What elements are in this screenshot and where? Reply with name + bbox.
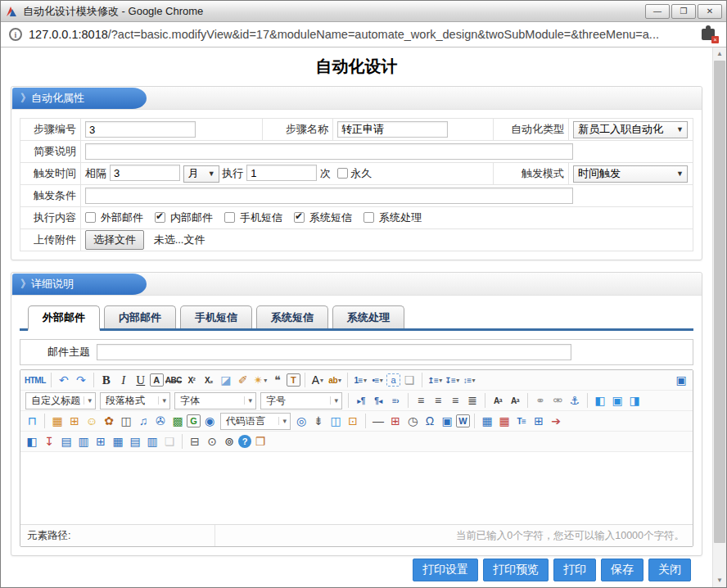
link-icon[interactable]: ⚭ [532,392,549,409]
trigger-mode-select[interactable]: 时间触发 ▼ [573,165,688,183]
scroll-down-button[interactable]: ▼ [713,574,726,587]
music-icon[interactable]: ♫ [135,413,151,429]
ltr-icon[interactable]: ▸¶ [353,392,369,409]
trigger-cond-input[interactable] [85,188,573,204]
checkbox-external-mail[interactable]: 外部邮件 [85,211,143,224]
checkbox-external-mail-box[interactable] [85,212,96,223]
plugin-icon[interactable]: × [702,29,715,40]
table-title-icon[interactable]: T≡ [513,413,530,429]
maximize-button[interactable]: ❐ [671,4,696,19]
insert-row-below-icon[interactable]: ⊞ [93,433,109,450]
auto-typeset-icon[interactable]: ≡› [387,392,404,409]
special-char-icon[interactable]: Ω [422,413,438,429]
insert-date-icon[interactable]: ⊞ [387,413,404,429]
bold-icon[interactable]: B [98,372,115,388]
print-button[interactable]: 打印 [553,559,596,581]
new-doc-icon[interactable]: ❏ [401,372,418,388]
print-preview-button[interactable]: 打印预览 [483,559,549,581]
insert-time-icon[interactable]: ◷ [404,413,421,429]
redo-icon[interactable]: ↷ [73,372,89,388]
line-height-icon[interactable]: ↕≡▾ [461,372,477,388]
to-uppercase-icon[interactable]: Aᵃ [490,392,506,409]
checkbox-internal-mail[interactable]: 内部邮件 [155,211,213,224]
editor-content[interactable] [20,452,693,524]
map-icon[interactable]: ▩ [169,413,186,429]
find-replace-icon[interactable]: ⊚ [221,433,237,450]
save-button[interactable]: 保存 [601,559,643,581]
format-painter-icon[interactable]: ✐ [235,372,251,388]
tab-phone-sms[interactable]: 手机短信 [180,305,252,328]
eraser-icon[interactable]: ◪ [218,372,234,388]
align-justify-icon[interactable]: ≣ [464,392,481,409]
image-text-top-icon[interactable]: ⊓ [24,413,40,429]
superscript-icon[interactable]: X² [183,372,200,388]
subject-input[interactable] [97,344,571,360]
auto-type-select[interactable]: 新员工入职自动化 ▼ [573,121,688,138]
to-lowercase-icon[interactable]: Aᵃ [507,392,523,409]
checkbox-internal-mail-box[interactable] [155,212,165,223]
insert-columns-icon[interactable]: ◫ [327,413,344,429]
insert-image-icon[interactable]: ▦ [49,413,65,429]
font-size-select[interactable]: 字号▾ [260,392,342,409]
map-key-icon[interactable]: ▣ [439,413,455,429]
font-family-select[interactable]: 字体▾ [174,392,256,409]
fullscreen-icon[interactable]: ▣ [673,372,689,388]
exec-count-input[interactable] [246,165,317,181]
page-scrollbar[interactable]: ▲ ▼ [712,47,726,587]
tab-system-message[interactable]: 系统短信 [256,305,328,328]
merge-cells-icon[interactable]: ▦ [110,433,126,450]
insert-table-icon[interactable]: ▦ [479,413,495,429]
choose-file-button[interactable]: 选择文件 [85,230,144,250]
paragraph-spacing-top-icon[interactable]: ↥≡▾ [427,372,443,388]
step-no-input[interactable] [85,121,196,138]
subscript-icon[interactable]: X₂ [201,372,217,388]
code-language-select[interactable]: 代码语言▾ [220,413,291,430]
unordered-list-icon[interactable]: •≡▾ [369,372,386,388]
checkbox-system-message[interactable]: 系统短信 [294,211,352,224]
embed-icon[interactable]: ◉ [201,413,218,429]
table-header-icon[interactable]: ▤ [58,433,75,450]
blockquote-icon[interactable]: ❝ [269,372,286,388]
page-break-icon[interactable]: ⇟ [310,413,327,429]
undo-icon[interactable]: ↶ [56,372,72,388]
checkbox-phone-sms-box[interactable] [224,212,235,223]
screenshot-icon[interactable]: ⊡ [345,413,361,429]
quick-format-icon[interactable]: ✴▾ [252,372,269,388]
paragraph-format-select[interactable]: 段落格式▾ [100,392,170,409]
font-border-icon[interactable]: A [150,373,164,387]
custom-title-select[interactable]: 自定义标题▾ [25,392,96,409]
insert-row-icon[interactable]: ⊞ [531,413,547,429]
anchor-icon[interactable]: ⚓ [567,392,583,409]
html-source-button[interactable]: HTML [24,372,47,388]
print-settings-button[interactable]: 打印设置 [413,559,478,581]
italic-icon[interactable]: I [115,372,132,388]
brief-input[interactable] [85,143,573,160]
minimize-button[interactable]: — [645,4,670,19]
multi-image-icon[interactable]: ⊞ [66,413,83,429]
strikethrough-icon[interactable]: ABC [165,372,183,388]
split-cell-icon[interactable]: ➔ [548,413,564,429]
checkbox-system-process-box[interactable] [364,212,374,223]
insert-col-right-icon[interactable]: ▥ [75,433,92,450]
rtl-icon[interactable]: ¶◂ [370,392,386,409]
print-icon[interactable]: ⊟ [187,433,203,450]
close-button[interactable]: 关闭 [648,559,691,581]
highlight-color-icon[interactable]: ab▾ [327,372,343,388]
step-name-input[interactable] [337,121,448,138]
checkbox-system-message-box[interactable] [294,212,305,223]
align-right-icon[interactable]: ≡ [447,392,463,409]
delete-row-icon[interactable]: ↧ [41,433,57,450]
tab-system-process[interactable]: 系统处理 [332,305,404,328]
google-map-icon[interactable]: G [187,414,201,427]
paste-clipboard-icon[interactable]: ❐ [252,433,269,450]
code-block-icon[interactable]: ◎ [293,413,309,429]
inline-code-icon[interactable]: a [386,373,400,387]
align-left-icon[interactable]: ≡ [413,392,429,409]
align-center-icon[interactable]: ≡ [430,392,446,409]
checkbox-phone-sms[interactable]: 手机短信 [224,211,282,224]
ordered-list-icon[interactable]: 1≡▾ [352,372,368,388]
unlink-icon[interactable]: ⚮ [549,392,566,409]
tab-external-mail[interactable]: 外部邮件 [28,305,100,331]
forever-checkbox[interactable] [337,168,348,179]
table-rows-icon[interactable]: ▤ [127,433,143,450]
